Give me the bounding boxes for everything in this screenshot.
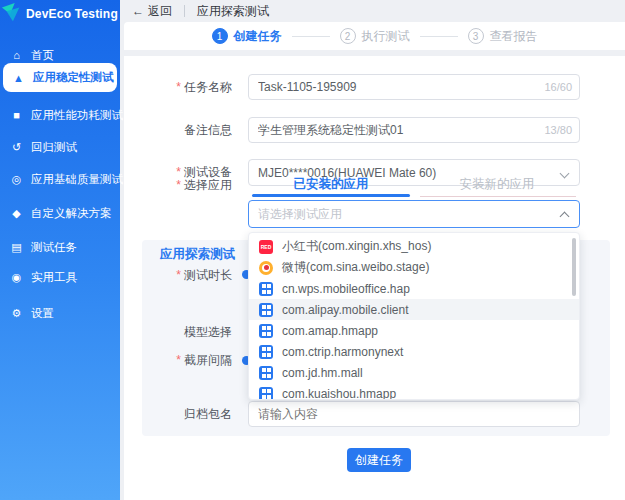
sidebar-item-label: 测试任务 <box>31 240 77 255</box>
app-title: DevEco Testing <box>26 7 118 21</box>
dropdown-item-amap[interactable]: com.amap.hmapp <box>249 320 579 341</box>
create-task-button[interactable]: 创建任务 <box>347 448 411 472</box>
app-grid-icon <box>259 324 273 338</box>
app-select-label: *选择应用 <box>126 172 232 198</box>
settings-icon: ⚙ <box>10 307 23 320</box>
remark-input[interactable] <box>248 117 580 143</box>
dropdown-item-xiaohongshu[interactable]: RED 小红书(com.xingin.xhs_hos) <box>249 236 579 257</box>
sidebar-item-label: 回归测试 <box>31 140 77 155</box>
dropdown-item-label: com.kuaishou.hmapp <box>282 387 396 401</box>
dropdown-item-label: 微博(com.sina.weibo.stage) <box>282 259 429 276</box>
sidebar-item-label: 设置 <box>31 306 54 321</box>
chevron-up-icon <box>560 212 570 222</box>
explore-test-title: 应用探索测试 <box>160 246 235 263</box>
step-label: 执行测试 <box>362 28 410 45</box>
task-name-counter: 16/60 <box>532 74 572 100</box>
sidebar-item-tools[interactable]: ◉ 实用工具 <box>10 266 116 288</box>
sidebar-item-label: 应用稳定性测试 <box>33 70 114 85</box>
active-tab-underline <box>252 194 410 197</box>
sidebar: DevEco Testing ⌂ 首页 ▲ 应用稳定性测试 ■ 应用性能功耗测试… <box>0 0 120 500</box>
remark-counter: 13/80 <box>532 117 572 143</box>
app-grid-icon <box>259 387 273 401</box>
app-select-input[interactable]: 请选择测试应用 <box>248 200 580 228</box>
page-title: 应用探索测试 <box>197 3 269 20</box>
dropdown-item-jd[interactable]: com.jd.hm.mall <box>249 362 579 383</box>
dropdown-item-ctrip[interactable]: com.ctrip.harmonynext <box>249 341 579 362</box>
step-connector <box>420 36 458 37</box>
tab-install-new-apps[interactable]: 安装新的应用 <box>414 172 580 196</box>
step-label: 查看报告 <box>490 28 538 45</box>
remark-label: 备注信息 <box>126 117 232 143</box>
step-connector <box>292 36 330 37</box>
step-view-report: 3 查看报告 <box>468 28 538 45</box>
tools-icon: ◉ <box>10 271 23 284</box>
deveco-logo-icon <box>1 2 23 24</box>
dropdown-item-label: 小红书(com.xingin.xhs_hos) <box>282 238 431 255</box>
tab-installed-apps[interactable]: 已安装的应用 <box>248 172 414 196</box>
required-mark: * <box>176 353 181 367</box>
sidebar-item-label: 应用基础质量测试 <box>31 172 123 187</box>
sidebar-item-quality-test[interactable]: ◎ 应用基础质量测试 <box>10 168 116 190</box>
app-grid-icon <box>259 303 273 317</box>
app-grid-icon <box>259 345 273 359</box>
sidebar-item-label: 应用性能功耗测试 <box>31 108 123 123</box>
xiaohongshu-icon: RED <box>259 240 273 254</box>
task-name-input[interactable] <box>248 74 580 100</box>
test-duration-label: *测试时长 <box>126 262 232 288</box>
required-mark: * <box>176 178 181 192</box>
stability-test-icon: ▲ <box>12 72 25 84</box>
sidebar-item-regression-test[interactable]: ↺ 回归测试 <box>10 136 116 158</box>
step-create-task: 1 创建任务 <box>212 28 282 45</box>
sidebar-item-stability-test[interactable]: ▲ 应用稳定性测试 <box>3 63 117 92</box>
dropdown-item-kuaishou[interactable]: com.kuaishou.hmapp <box>249 383 579 400</box>
sidebar-item-custom-solution[interactable]: ◆ 自定义解决方案 <box>10 202 116 224</box>
inactive-tab-underline <box>420 196 576 197</box>
dropdown-item-label: com.ctrip.harmonynext <box>282 345 403 359</box>
app-select-placeholder: 请选择测试应用 <box>258 206 342 223</box>
custom-solution-icon: ◆ <box>10 207 23 220</box>
weibo-icon <box>259 261 273 275</box>
step-number: 1 <box>212 28 228 44</box>
stepper-bar: 1 创建任务 2 执行测试 3 查看报告 <box>124 22 625 50</box>
back-button[interactable]: ← 返回 <box>132 3 172 20</box>
topbar: ← 返回 应用探索测试 <box>120 0 625 22</box>
app-logo-row: DevEco Testing <box>0 2 120 26</box>
sidebar-item-settings[interactable]: ⚙ 设置 <box>10 302 116 324</box>
app-grid-icon <box>259 366 273 380</box>
step-label: 创建任务 <box>234 28 282 45</box>
screenshot-interval-label: *截屏间隔 <box>126 347 232 373</box>
dropdown-item-weibo[interactable]: 微博(com.sina.weibo.stage) <box>249 257 579 278</box>
dropdown-scrollbar[interactable] <box>572 238 576 296</box>
dropdown-item-label: com.amap.hmapp <box>282 324 378 338</box>
step-number: 2 <box>340 28 356 44</box>
required-mark: * <box>176 80 181 94</box>
test-task-icon: ▤ <box>10 241 23 254</box>
model-select-label: 模型选择 <box>126 319 232 345</box>
app-grid-icon <box>259 282 273 296</box>
dropdown-item-label: com.alipay.mobile.client <box>282 303 409 317</box>
dropdown-item-wps[interactable]: cn.wps.mobileoffice.hap <box>249 278 579 299</box>
archive-package-label: 归档包名 <box>126 401 232 427</box>
back-label: 返回 <box>148 3 172 20</box>
sidebar-item-label: 实用工具 <box>31 270 77 285</box>
step-run-test: 2 执行测试 <box>340 28 410 45</box>
dropdown-item-label: cn.wps.mobileoffice.hap <box>282 282 410 296</box>
topbar-divider <box>184 5 185 17</box>
quality-test-icon: ◎ <box>10 173 23 186</box>
back-arrow-icon: ← <box>132 4 144 18</box>
sidebar-item-label: 首页 <box>31 48 54 63</box>
required-mark: * <box>176 268 181 282</box>
home-icon: ⌂ <box>10 49 23 61</box>
app-select-dropdown: RED 小红书(com.xingin.xhs_hos) 微博(com.sina.… <box>248 232 580 400</box>
regression-test-icon: ↺ <box>10 141 23 154</box>
dropdown-item-alipay[interactable]: com.alipay.mobile.client <box>249 299 579 320</box>
sidebar-item-test-task[interactable]: ▤ 测试任务 <box>10 236 116 258</box>
archive-package-input[interactable] <box>248 401 580 427</box>
task-name-label: *任务名称 <box>126 74 232 100</box>
performance-test-icon: ■ <box>10 109 23 121</box>
sidebar-item-performance-test[interactable]: ■ 应用性能功耗测试 <box>10 104 116 126</box>
step-number: 3 <box>468 28 484 44</box>
deveco-testing-window: DevEco Testing ⌂ 首页 ▲ 应用稳定性测试 ■ 应用性能功耗测试… <box>0 0 625 500</box>
sidebar-item-label: 自定义解决方案 <box>31 206 112 221</box>
dropdown-item-label: com.jd.hm.mall <box>282 366 363 380</box>
